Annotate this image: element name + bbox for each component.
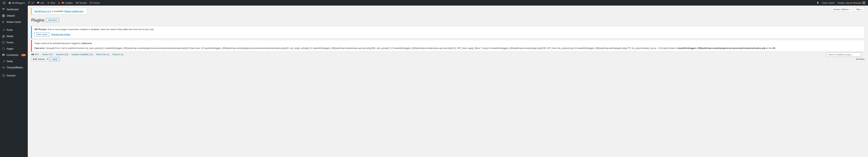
dashboard-icon: [2, 8, 5, 11]
sidebar-item-media[interactable]: Media: [0, 33, 28, 40]
howdy-text: Howdy, Aayush Bhaskar: [837, 2, 862, 4]
sidebar-item-label: Kinsta Cache: [7, 21, 21, 23]
wp-rocket-text: : One or more plugins have been enabled …: [46, 28, 154, 31]
comment-icon: [37, 1, 39, 4]
caret-down-icon: ▼: [861, 8, 863, 10]
sidebar-item-comments[interactable]: Comments216: [0, 52, 28, 58]
search-plugins-input[interactable]: [826, 52, 861, 57]
pin-icon: [2, 28, 5, 32]
sidebar-item-kinsta[interactable]: Kinsta Cache: [0, 19, 28, 25]
help-button[interactable]: Help▼: [854, 7, 865, 11]
clear-cache-button[interactable]: Clear cache: [34, 32, 49, 36]
caret-down-icon: ▼: [849, 8, 851, 10]
forms-menu-icon: [2, 41, 5, 44]
tablenav: Bulk Actions Apply 48 items: [31, 57, 865, 61]
plus-icon: [47, 1, 50, 4]
error-trace: : Uncaught Error: Call to undefined func…: [44, 47, 678, 49]
screen-options-button[interactable]: Screen Options▼: [831, 7, 853, 11]
sidebar-item-label: Forms: [7, 41, 13, 44]
apply-button[interactable]: Apply: [50, 57, 60, 61]
filter-inactive[interactable]: Inactive: [56, 53, 64, 56]
update-notice-text: is available!: [51, 10, 64, 12]
notifications-bar[interactable]: [815, 0, 820, 5]
update-now-link[interactable]: Please update now: [64, 10, 83, 12]
screen-options-label: Screen Options: [833, 8, 849, 10]
forms-bar[interactable]: Forms: [88, 0, 101, 5]
add-new-button[interactable]: Add New: [46, 18, 59, 22]
comments-count: 216: [21, 54, 26, 56]
comments-count-bar: 216: [40, 2, 44, 4]
sidebar-item-label: Posts: [7, 29, 13, 31]
wp-rocket-bold: WP Rocket: [34, 28, 46, 31]
items-count: 48 items: [856, 58, 865, 60]
bulk-actions-select[interactable]: Bulk Actions: [31, 57, 49, 61]
help-label: Help: [856, 8, 860, 10]
jetpack-icon: [2, 14, 5, 18]
plugin-status-filters: All (47) | Active (37) | Inactive (10) |…: [31, 53, 865, 56]
error-line: 60: [773, 47, 775, 49]
insights-label: Insights: [65, 2, 73, 4]
forms-label-bar: Forms: [93, 2, 100, 4]
fatal-error-notice: Plugin could not be activated because it…: [31, 40, 865, 52]
sidebar-item-label: Jetpack: [7, 14, 15, 17]
fatal-error-label: Fatal error: [34, 47, 44, 49]
sidebar-item-label: Deals: [7, 60, 13, 63]
sidebar-item-pages[interactable]: Pages: [0, 46, 28, 52]
wp-rocket-bar[interactable]: WP Rocket: [74, 0, 88, 5]
content-area: Screen Options▼ Help▼ WordPress 5.4.1 is…: [28, 5, 868, 64]
comments-bar[interactable]: 216: [35, 0, 45, 5]
admin-sidebar: Dashboard Jetpack Kinsta Cache Posts Med…: [0, 5, 28, 64]
howdy-user[interactable]: Howdy, Aayush Bhaskar: [836, 0, 867, 5]
sidebar-item-label: Comments: [7, 54, 19, 56]
site-name-text: BforBloggers: [12, 2, 25, 4]
filter-mustuse[interactable]: Must-Use: [96, 53, 106, 56]
update-icon: [28, 1, 31, 4]
update-notice: WordPress 5.4.1 is available! Please upd…: [31, 8, 87, 15]
admin-bar: BforBloggers 12 216 New 2Insights WP Roc…: [0, 0, 868, 5]
sidebar-item-dashboard[interactable]: Dashboard: [0, 6, 28, 12]
error-pre: Plugin could not be activated because it…: [34, 42, 82, 45]
wp-version-link[interactable]: WordPress 5.4.1: [34, 10, 51, 12]
avatar: [863, 1, 865, 4]
home-icon: [8, 1, 11, 4]
filter-active[interactable]: Active: [42, 53, 48, 56]
kinsta-icon: [2, 20, 5, 24]
clear-cache-label-bar: Clear Cache: [822, 2, 835, 4]
updates-count: 12: [31, 2, 34, 4]
sidebar-item-label: Dashboard: [7, 8, 19, 11]
page-icon: [2, 47, 5, 51]
sidebar-item-forms[interactable]: Forms: [0, 40, 28, 46]
new-label: New: [51, 2, 55, 4]
error-path: /www/bforbloggers_800/public/wp-content/…: [678, 47, 766, 49]
filter-dropin[interactable]: Drop-in: [113, 53, 120, 56]
pin-icon: [2, 59, 5, 63]
sidebar-item-label: Pages: [7, 47, 13, 50]
page-title: Plugins: [31, 18, 44, 23]
sidebar-item-posts[interactable]: Posts: [0, 27, 28, 33]
dismiss-notice-link[interactable]: Dismiss this notice.: [51, 33, 71, 36]
wp-rocket-notice: WP Rocket: One or more plugins have been…: [31, 26, 865, 38]
wordpress-icon: [3, 1, 5, 4]
error-fatal-bold: fatal error: [82, 42, 92, 45]
new-content[interactable]: New: [45, 0, 56, 5]
sidebar-item-jetpack[interactable]: Jetpack: [0, 12, 28, 19]
wp-logo[interactable]: [1, 0, 7, 5]
wprocket-label: WP Rocket: [75, 2, 87, 4]
insights-badge: 2: [61, 2, 64, 4]
forms-icon: [90, 1, 92, 4]
sidebar-item-label: Media: [7, 35, 13, 37]
updates[interactable]: 12: [26, 0, 35, 5]
media-icon: [2, 34, 5, 38]
site-name[interactable]: BforBloggers: [7, 0, 26, 5]
svg-point-2: [2, 14, 5, 17]
insights[interactable]: 2Insights: [56, 0, 74, 5]
filter-all[interactable]: All: [31, 53, 34, 56]
sidebar-item-deals[interactable]: Deals: [0, 58, 28, 64]
comments-menu-icon: [2, 53, 5, 57]
bell-icon: [816, 1, 819, 4]
filter-update[interactable]: Update Available: [71, 53, 88, 56]
chart-icon: [58, 1, 61, 4]
clear-cache-bar[interactable]: Clear Cache: [820, 0, 836, 5]
